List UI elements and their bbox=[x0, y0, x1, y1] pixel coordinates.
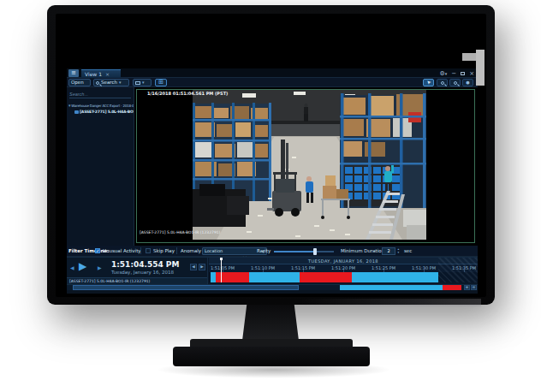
segment-recorded bbox=[352, 272, 438, 282]
window-controls: ⚙▾ − × bbox=[439, 68, 474, 78]
tree-caret-icon[interactable]: ▾ bbox=[68, 103, 70, 108]
timeline-prev-button[interactable]: ◀ bbox=[190, 264, 197, 270]
playback-bar: ◀ ▶ ▶ 1:51:04.554 PM Tuesday, January 16… bbox=[67, 257, 478, 284]
display-button[interactable]: ▾ bbox=[133, 79, 152, 86]
video-stage: 1/16/2018 01:51:04.561 PM (PST) [ASSET-2… bbox=[134, 87, 478, 246]
unusual-activity-checkbox[interactable]: ✓ bbox=[95, 248, 100, 253]
tab-bar: ≡ View 1× ⚙▾ − × bbox=[67, 68, 478, 78]
timeline-next-button[interactable]: ▶ bbox=[199, 264, 205, 270]
timeline-zoom-in-button[interactable]: ⊞ bbox=[464, 285, 470, 290]
rarity-slider-fill bbox=[274, 251, 313, 252]
open-button[interactable]: Open bbox=[68, 79, 91, 86]
select-tool-button[interactable]: ➤ bbox=[423, 79, 434, 86]
acc-player-window: ≡ View 1× ⚙▾ − × Open Search▾ ▾ ⊞ ➤ ● ▾W… bbox=[67, 68, 478, 294]
rarity-slider-handle[interactable] bbox=[313, 248, 317, 255]
unusual-activity-label: Unusual Activity bbox=[103, 248, 141, 253]
timeline-overview-scrollbar[interactable] bbox=[67, 284, 478, 290]
step-forward-button[interactable]: ▶ bbox=[98, 264, 102, 270]
segment-thumb bbox=[73, 285, 299, 290]
video-camera-label: [ASSET-2771] 5.0L-H4A-BO1-IR (1232791) bbox=[140, 230, 220, 235]
playback-current-date: Tuesday, January 16, 2018 bbox=[111, 270, 174, 275]
rarity-label: Rarity bbox=[257, 248, 270, 253]
layout-grid-icon: ⊞ bbox=[158, 80, 163, 86]
timeline-nodata-region bbox=[438, 258, 478, 282]
tree-item-camera[interactable]: [ASSET-2771] 5.0L-H4A-BO1-IR/1 bbox=[74, 110, 134, 114]
monitor-stand-neck bbox=[242, 305, 299, 341]
bezel-reflection bbox=[301, 299, 481, 306]
search-button[interactable]: Search▾ bbox=[93, 79, 129, 86]
cursor-icon: ➤ bbox=[425, 79, 432, 86]
divider bbox=[207, 258, 208, 285]
timeline-zoom-out-button[interactable]: ⊟ bbox=[471, 285, 477, 290]
play-button[interactable]: ▶ bbox=[79, 260, 86, 272]
segment-anomaly bbox=[443, 285, 461, 290]
scene: ≡ View 1× ⚙▾ − × Open Search▾ ▾ ⊞ ➤ ● ▾W… bbox=[0, 0, 541, 392]
playback-current-time: 1:51:04.554 PM bbox=[111, 260, 179, 269]
zoom-in-tool-button[interactable] bbox=[437, 79, 448, 86]
divider bbox=[140, 247, 141, 254]
toolbar: Open Search▾ ▾ ⊞ ➤ ● bbox=[67, 78, 478, 87]
warehouse-video-frame bbox=[193, 90, 426, 240]
video-timestamp: 1/16/2018 01:51:04.561 PM (PST) bbox=[147, 91, 228, 96]
layout-button[interactable]: ⊞ bbox=[155, 79, 167, 86]
close-window-icon[interactable]: × bbox=[469, 69, 474, 78]
timeline-track[interactable] bbox=[209, 272, 478, 282]
sidebar: ▾Warehouse Danger ACC Export - 2018-01 [… bbox=[67, 87, 134, 246]
search-icon bbox=[96, 81, 99, 85]
min-duration-input[interactable]: 2 bbox=[382, 247, 395, 255]
tab-view-1[interactable]: View 1× bbox=[81, 69, 121, 78]
min-duration-label: Minimum Duration: bbox=[341, 248, 386, 253]
pan-tool-button[interactable]: ● bbox=[462, 79, 473, 86]
divider bbox=[176, 247, 177, 254]
camera-icon bbox=[74, 110, 79, 114]
timeline[interactable]: TUESDAY, JANUARY 16, 2018 1:51:05 PM 1:5… bbox=[209, 258, 478, 285]
tab-close-icon[interactable]: × bbox=[105, 71, 110, 77]
rarity-slider[interactable] bbox=[274, 251, 334, 252]
pan-icon: ● bbox=[466, 80, 469, 86]
skip-play-label: Skip Play bbox=[153, 248, 175, 253]
timeline-date-header: TUESDAY, JANUARY 16, 2018 bbox=[209, 258, 478, 264]
min-duration-stepper[interactable]: ▴▾ bbox=[396, 247, 401, 255]
settings-gear-icon[interactable]: ⚙▾ bbox=[439, 69, 447, 78]
min-duration-unit: sec bbox=[404, 248, 412, 253]
step-back-button[interactable]: ◀ bbox=[70, 264, 74, 270]
timeline-ticks: 1:51:05 PM 1:51:10 PM 1:51:15 PM 1:51:20… bbox=[209, 264, 478, 272]
zoom-in-icon bbox=[441, 81, 444, 85]
filter-bar: Filter Timeline: ✓ Unusual Activity Skip… bbox=[67, 246, 478, 257]
zoom-out-tool-button[interactable] bbox=[449, 79, 461, 86]
monitor-shadow bbox=[156, 361, 392, 378]
menu-icon[interactable]: ≡ bbox=[68, 69, 79, 77]
tree-item-export[interactable]: ▾Warehouse Danger ACC Export - 2018-01 bbox=[68, 103, 134, 108]
screen-glare bbox=[476, 50, 485, 86]
display-icon bbox=[135, 81, 140, 85]
maximize-icon[interactable] bbox=[461, 72, 465, 75]
segment-anomaly bbox=[300, 272, 352, 282]
segment-recorded bbox=[249, 272, 300, 282]
minimize-icon[interactable]: − bbox=[451, 69, 456, 78]
skip-play-checkbox[interactable] bbox=[146, 248, 151, 253]
tab-label: View 1 bbox=[85, 71, 102, 77]
sidebar-search-input[interactable] bbox=[69, 91, 131, 98]
timeline-playhead[interactable] bbox=[221, 258, 222, 282]
zoom-out-icon bbox=[454, 81, 457, 85]
